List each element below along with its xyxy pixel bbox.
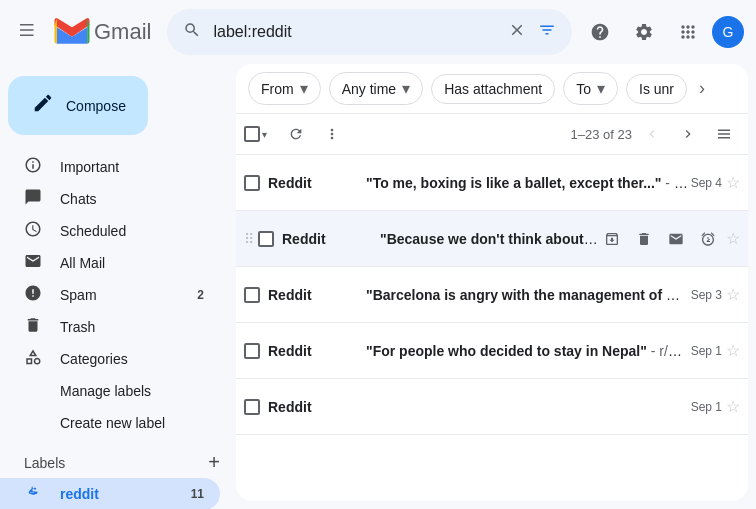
sidebar-item-create-label[interactable]: Create new label	[0, 407, 220, 439]
apps-button[interactable]	[668, 12, 708, 52]
important-icon	[24, 156, 44, 179]
row-left-controls	[244, 343, 260, 359]
labels-heading: Labels	[24, 455, 208, 471]
sidebar: Compose Important Chats Scheduled All Ma	[0, 64, 236, 509]
email-checkbox[interactable]	[244, 175, 260, 191]
email-checkbox[interactable]	[244, 343, 260, 359]
drag-handle-icon: ⠿	[244, 231, 254, 247]
email-content: Reddit "For people who decided to stay i…	[260, 343, 691, 359]
sidebar-item-spam[interactable]: Spam 2	[0, 279, 220, 311]
star-button[interactable]: ☆	[726, 285, 740, 304]
from-filter[interactable]: From ▾	[248, 72, 321, 105]
email-snippet: "To me, boxing is like a ballet, except …	[366, 175, 691, 191]
all-mail-icon	[24, 252, 44, 275]
email-snippet: "For people who decided to stay in Nepal…	[366, 343, 691, 359]
search-filters-icon[interactable]	[534, 17, 560, 48]
sidebar-item-all-mail[interactable]: All Mail	[0, 247, 220, 279]
select-dropdown-icon[interactable]: ▾	[262, 129, 267, 140]
row-right-controls: Sep 4 ☆	[691, 173, 740, 192]
archive-icon[interactable]	[598, 225, 626, 253]
table-row[interactable]: Reddit Sep 1 ☆	[236, 379, 748, 435]
scheduled-icon	[24, 220, 44, 243]
email-checkbox[interactable]	[258, 231, 274, 247]
menu-icon[interactable]	[12, 13, 46, 52]
email-checkbox[interactable]	[244, 399, 260, 415]
hover-action-icons	[598, 225, 722, 253]
sidebar-spam-label: Spam	[60, 287, 197, 303]
sidebar-create-label-label: Create new label	[60, 415, 204, 431]
row-left-controls: ⠿	[244, 231, 274, 247]
search-clear-icon[interactable]	[504, 17, 530, 48]
gmail-logo-text: Gmail	[94, 19, 151, 45]
help-button[interactable]	[580, 12, 620, 52]
email-snippet: "Barcelona is angry with the management …	[366, 287, 691, 303]
from-arrow-icon: ▾	[300, 79, 308, 98]
sender-name: Reddit	[268, 175, 358, 191]
email-content: Reddit "Barcelona is angry with the mana…	[260, 287, 691, 303]
email-date: Sep 1	[691, 344, 722, 358]
layout: Compose Important Chats Scheduled All Ma	[0, 64, 756, 509]
sidebar-item-manage-labels[interactable]: Manage labels	[0, 375, 220, 407]
search-bar[interactable]	[167, 9, 572, 55]
snooze-icon[interactable]	[694, 225, 722, 253]
to-filter[interactable]: To ▾	[563, 72, 618, 105]
labels-add-icon[interactable]: +	[208, 451, 220, 474]
settings-button[interactable]	[624, 12, 664, 52]
table-row[interactable]: Reddit "To me, boxing is like a ballet, …	[236, 155, 748, 211]
sidebar-item-scheduled[interactable]: Scheduled	[0, 215, 220, 247]
has-attachment-label: Has attachment	[444, 81, 542, 97]
sidebar-item-trash[interactable]: Trash	[0, 311, 220, 343]
delete-icon[interactable]	[630, 225, 658, 253]
more-filters-button[interactable]: ›	[699, 78, 705, 99]
reddit-label-text: reddit	[60, 486, 191, 502]
table-row[interactable]: Reddit "For people who decided to stay i…	[236, 323, 748, 379]
reddit-badge: 11	[191, 487, 204, 501]
search-icon[interactable]	[179, 17, 205, 48]
compose-button[interactable]: Compose	[8, 76, 148, 135]
sidebar-scheduled-label: Scheduled	[60, 223, 204, 239]
star-button[interactable]: ☆	[726, 229, 740, 248]
sender-name: Reddit	[268, 399, 358, 415]
sidebar-item-reddit[interactable]: reddit 11	[0, 478, 220, 509]
to-arrow-icon: ▾	[597, 79, 605, 98]
email-content: Reddit	[260, 399, 691, 415]
table-row[interactable]: ⠿ Reddit "Because we don't think about f…	[236, 211, 748, 267]
email-date: Sep 1	[691, 400, 722, 414]
email-checkbox[interactable]	[244, 287, 260, 303]
avatar[interactable]: G	[712, 16, 744, 48]
trash-icon	[24, 316, 44, 339]
table-row[interactable]: Reddit "Barcelona is angry with the mana…	[236, 267, 748, 323]
star-button[interactable]: ☆	[726, 173, 740, 192]
mark-unread-icon[interactable]	[662, 225, 690, 253]
search-input[interactable]	[205, 23, 504, 41]
sidebar-item-chats[interactable]: Chats	[0, 183, 220, 215]
spam-badge: 2	[197, 288, 204, 302]
sidebar-categories-label: Categories	[60, 351, 204, 367]
any-time-filter[interactable]: Any time ▾	[329, 72, 423, 105]
refresh-button[interactable]	[280, 118, 312, 150]
view-options-button[interactable]	[708, 118, 740, 150]
is-unread-filter[interactable]: Is unr	[626, 74, 687, 104]
more-options-button[interactable]	[316, 118, 348, 150]
row-left-controls	[244, 287, 260, 303]
sender-name: Reddit	[282, 231, 372, 247]
email-date: Sep 3	[691, 288, 722, 302]
email-list: Reddit "To me, boxing is like a ballet, …	[236, 155, 748, 501]
star-button[interactable]: ☆	[726, 397, 740, 416]
email-subject: "Barcelona is angry with the management …	[366, 287, 691, 303]
sidebar-manage-labels-label: Manage labels	[60, 383, 204, 399]
sidebar-trash-label: Trash	[60, 319, 204, 335]
email-subject: "For people who decided to stay in Nepal…	[366, 343, 647, 359]
email-date: Sep 4	[691, 176, 722, 190]
row-right-controls: Sep 1 ☆	[691, 341, 740, 360]
sidebar-item-important[interactable]: Important	[0, 151, 220, 183]
next-page-button[interactable]	[672, 118, 704, 150]
select-all-checkbox[interactable]: ▾	[244, 118, 276, 150]
has-attachment-filter[interactable]: Has attachment	[431, 74, 555, 104]
sender-name: Reddit	[268, 343, 358, 359]
is-unread-label: Is unr	[639, 81, 674, 97]
sidebar-item-categories[interactable]: Categories	[0, 343, 220, 375]
to-label: To	[576, 81, 591, 97]
star-button[interactable]: ☆	[726, 341, 740, 360]
prev-page-button[interactable]	[636, 118, 668, 150]
